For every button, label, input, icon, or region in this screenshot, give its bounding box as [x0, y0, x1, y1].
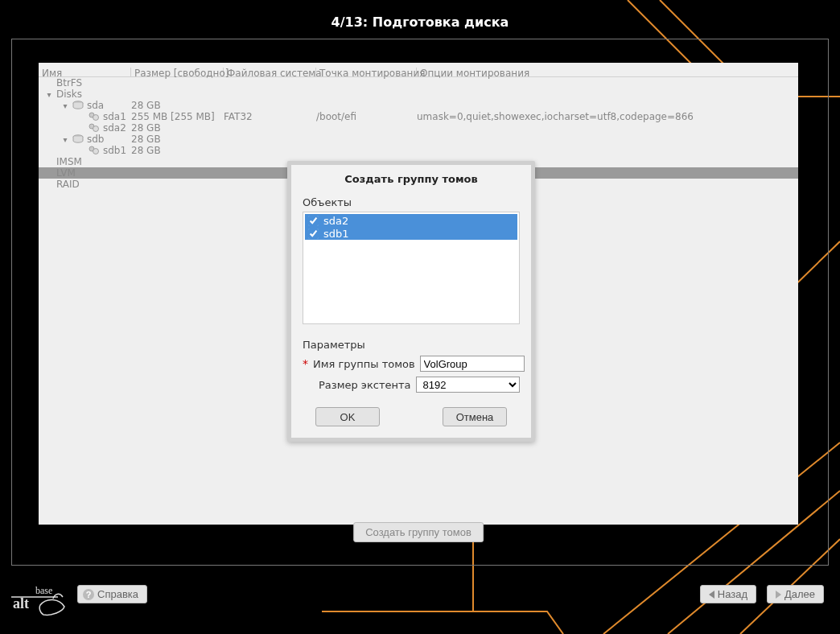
basealt-logo: base alt: [11, 583, 74, 618]
svg-point-3: [93, 115, 99, 121]
disk-icon: [72, 101, 84, 110]
dialog-title: Создать группу томов: [303, 173, 520, 185]
back-label: Назад: [718, 588, 747, 600]
object-item[interactable]: sdb1: [305, 227, 517, 240]
expander-icon[interactable]: ▾: [61, 135, 69, 144]
col-header-mount[interactable]: Точка монтирования: [316, 68, 417, 76]
svg-text:base: base: [35, 585, 52, 596]
tree-row[interactable]: ▾sda28 GB: [39, 100, 798, 111]
tree-header: Имя Размер [свободно] Файловая система Т…: [39, 63, 798, 77]
extent-size-select[interactable]: 8192: [416, 377, 520, 393]
partition-icon: [89, 112, 100, 121]
tree-row[interactable]: ▾sdb28 GB: [39, 134, 798, 145]
help-button[interactable]: ? Справка: [77, 585, 147, 603]
disk-icon: [72, 134, 84, 144]
page-title: 4/13: Подготовка диска: [0, 14, 840, 30]
vg-name-input[interactable]: [420, 356, 525, 372]
row-name: Disks: [56, 89, 82, 100]
tree-row[interactable]: sda228 GB: [39, 122, 798, 134]
required-star-icon: *: [303, 357, 308, 370]
vg-name-label: Имя группы томов: [313, 358, 415, 370]
object-name: sdb1: [323, 228, 349, 240]
chevron-left-icon: [709, 591, 714, 599]
next-button[interactable]: Далее: [767, 585, 824, 603]
row-name: sdb1: [103, 145, 126, 156]
next-label: Далее: [784, 588, 815, 600]
svg-point-8: [93, 149, 99, 154]
object-item[interactable]: sda2: [305, 214, 517, 227]
tree-row[interactable]: ▾Disks: [39, 89, 798, 100]
row-name: RAID: [56, 179, 80, 190]
row-name: IMSM: [56, 156, 82, 167]
cancel-button[interactable]: Отмена: [443, 407, 507, 426]
objects-label: Объекты: [303, 196, 520, 208]
row-name: sda: [87, 100, 104, 111]
expander-icon[interactable]: ▾: [45, 90, 53, 99]
svg-text:alt: alt: [13, 595, 29, 611]
help-icon: ?: [83, 589, 94, 600]
tree-row[interactable]: BtrFS: [39, 77, 798, 89]
ok-button[interactable]: OK: [315, 407, 380, 426]
svg-point-5: [93, 126, 99, 132]
objects-list[interactable]: sda2sdb1: [303, 212, 520, 324]
row-name: LVM: [56, 167, 76, 179]
create-volume-group-button[interactable]: Создать группу томов: [353, 522, 484, 542]
tree-row[interactable]: sdb128 GB: [39, 145, 798, 156]
row-name: BtrFS: [56, 77, 82, 89]
object-name: sda2: [323, 215, 348, 227]
footer: base alt ? Справка Назад Далее: [0, 578, 840, 634]
create-volume-group-dialog: Создать группу томов Объекты sda2sdb1 Па…: [287, 161, 535, 442]
back-button[interactable]: Назад: [700, 585, 756, 603]
params-label: Параметры: [303, 339, 520, 351]
object-checkbox[interactable]: [308, 216, 319, 226]
chevron-right-icon: [776, 591, 781, 599]
col-header-fs[interactable]: Файловая система: [224, 68, 316, 76]
help-label: Справка: [97, 588, 138, 600]
object-checkbox[interactable]: [308, 228, 319, 239]
row-name: sda1: [103, 111, 126, 122]
extent-size-label: Размер экстента: [319, 379, 411, 391]
partition-icon: [89, 123, 100, 133]
tree-row[interactable]: sda1255 MB [255 MB]FAT32/boot/efiumask=0…: [39, 111, 798, 122]
col-header-name[interactable]: Имя: [39, 68, 131, 76]
expander-icon[interactable]: ▾: [61, 101, 69, 110]
col-header-size[interactable]: Размер [свободно]: [131, 68, 224, 76]
col-header-opts[interactable]: Опции монтирования: [417, 68, 798, 76]
partition-icon: [89, 146, 100, 155]
row-name: sda2: [103, 122, 126, 134]
row-name: sdb: [87, 134, 105, 145]
